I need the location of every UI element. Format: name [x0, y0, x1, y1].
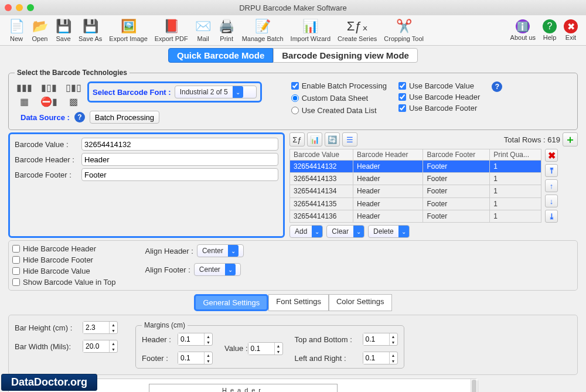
table-row[interactable]: 32654414136HeaderFooter1 [290, 210, 541, 222]
batch-table[interactable]: Barcode ValueBarcode HeaderBarcode Foote… [289, 149, 541, 223]
barcode-values-box: Barcode Value : Barcode Header : Barcode… [8, 132, 285, 238]
enable-batch-checkbox[interactable] [291, 82, 299, 90]
manage-batch-icon: 📝 [254, 18, 271, 35]
margin-header-input[interactable]: ▲▼ [178, 333, 213, 346]
barcode-tech-group: Select the Barcode Technologies ▮▮▮▮▯▮▯▮… [8, 69, 578, 130]
main-toolbar: 📄New📂Open💾Save💾Save As🖼️Export Image📕Exp… [0, 15, 586, 46]
move-down-button[interactable]: ↓ [545, 195, 558, 207]
value-label: Barcode Value : [15, 140, 79, 149]
barcode-header-input[interactable] [81, 153, 278, 166]
tab-font-settings[interactable]: Font Settings [268, 294, 329, 311]
hide-header-checkbox[interactable] [12, 245, 20, 253]
datasource-button[interactable]: Batch Processing [90, 111, 159, 124]
clear-button[interactable]: Clear⌄ [326, 225, 364, 238]
show-value-top-checkbox[interactable] [12, 278, 20, 286]
hide-footer-checkbox[interactable] [12, 256, 20, 264]
move-top-button[interactable]: ⤒ [545, 164, 558, 177]
tab-general-settings[interactable]: General Settings [194, 294, 268, 311]
toolbar-export-image[interactable]: 🖼️Export Image [105, 16, 151, 44]
use-header-checkbox[interactable] [398, 93, 406, 101]
cropping-tool-icon: ✂️ [396, 18, 412, 35]
add-row-button[interactable]: ＋ [563, 132, 578, 146]
use-footer-checkbox[interactable] [398, 104, 406, 112]
export-pdf-icon: 📕 [163, 18, 179, 35]
move-up-button[interactable]: ↑ [545, 179, 558, 192]
watermark: DataDoctor.org [1, 374, 97, 391]
save-as-icon: 💾 [82, 18, 98, 35]
barcode-value-input[interactable] [81, 138, 278, 151]
toolbar-cropping-tool[interactable]: ✂️Cropping Tool [380, 16, 427, 44]
save-icon: 💾 [55, 18, 71, 35]
toolbar-exit[interactable]: ✖Exit [560, 16, 581, 44]
margin-lr-input[interactable]: ▲▼ [363, 352, 398, 364]
add-button[interactable]: Add⌄ [289, 225, 323, 238]
toolbar-new[interactable]: 📄New [5, 16, 28, 44]
delete-button[interactable]: Delete⌄ [368, 225, 410, 238]
toolbar-mail[interactable]: ✉️Mail [192, 16, 215, 44]
barcode-footer-input[interactable] [81, 168, 278, 181]
tab-quick-mode[interactable]: Quick Barcode Mode [168, 48, 273, 63]
use-value-checkbox[interactable] [398, 82, 406, 90]
table-row[interactable]: 32654414132HeaderFooter1 [290, 161, 541, 173]
print-icon: 🖨️ [219, 18, 235, 35]
font-label: Select Barcode Font : [93, 88, 171, 97]
toolbar-export-pdf[interactable]: 📕Export PDF [151, 16, 192, 44]
move-bottom-button[interactable]: ⤓ [545, 210, 558, 223]
align-footer-select[interactable]: Center⌄ [194, 263, 241, 276]
general-settings-panel: Bar Height (cm) :▲▼ Bar Width (Mils):▲▼ … [8, 315, 578, 375]
refresh-icon[interactable]: 🔄 [325, 132, 340, 146]
about us-icon: ℹ️ [516, 19, 530, 33]
export-image-icon: 🖼️ [120, 18, 137, 35]
toolbar-help[interactable]: ?Help [539, 16, 560, 44]
window-title: DRPU Barcode Maker Software [0, 4, 586, 12]
create-series-icon: Σƒₓ [349, 18, 366, 35]
tab-color-settings[interactable]: Color Settings [329, 294, 392, 311]
help-icon[interactable]: ? [492, 81, 502, 92]
scrollbar[interactable] [471, 379, 478, 392]
excel-icon[interactable]: 📊 [307, 132, 322, 146]
custom-sheet-radio[interactable] [291, 94, 299, 102]
toolbar-manage-batch[interactable]: 📝Manage Batch [239, 16, 287, 44]
font-select-highlight: Select Barcode Font : Industrial 2 of 5⌄ [87, 81, 262, 103]
column-header[interactable]: Barcode Value [290, 149, 353, 161]
tech-legend: Select the Barcode Technologies [15, 69, 130, 77]
margin-value-input[interactable]: ▲▼ [248, 342, 283, 355]
align-header-select[interactable]: Center⌄ [197, 244, 244, 257]
column-header[interactable]: Print Qua... [490, 149, 541, 161]
column-header[interactable]: Barcode Header [353, 149, 423, 161]
open-icon: 📂 [32, 18, 48, 35]
import-wizard-icon: 📊 [302, 18, 319, 35]
bar-width-input[interactable]: ▲▼ [83, 340, 118, 353]
toolbar-print[interactable]: 🖨️Print [215, 16, 239, 44]
column-header[interactable]: Barcode Footer [423, 149, 490, 161]
exit-icon: ✖ [564, 19, 578, 33]
margin-tb-input[interactable]: ▲▼ [363, 333, 398, 346]
toolbar-open[interactable]: 📂Open [28, 16, 52, 44]
help-icon: ? [543, 19, 557, 33]
table-row[interactable]: 32654414134HeaderFooter1 [290, 185, 541, 197]
margin-footer-input[interactable]: ▲▼ [178, 352, 213, 364]
list-icon[interactable]: ☰ [342, 132, 357, 146]
header-label: Barcode Header : [15, 155, 79, 164]
toolbar-create-series[interactable]: ΣƒₓCreate Series [334, 16, 380, 44]
hide-value-checkbox[interactable] [12, 267, 20, 275]
new-icon: 📄 [8, 18, 25, 35]
toolbar-save-as[interactable]: 💾Save As [75, 16, 105, 44]
help-icon[interactable]: ? [74, 112, 85, 122]
toolbar-save[interactable]: 💾Save [52, 16, 75, 44]
series-icon[interactable]: Σƒ [289, 132, 305, 146]
tab-design-mode[interactable]: Barcode Designing view Mode [273, 48, 418, 63]
created-list-radio[interactable] [291, 107, 299, 114]
datasource-label: Data Source : [21, 113, 70, 122]
table-row[interactable]: 32654414135HeaderFooter1 [290, 197, 541, 210]
bar-height-input[interactable]: ▲▼ [83, 321, 118, 334]
barcode-type-icons[interactable]: ▮▮▮▮▯▮▯▮▯ ▦⛔▮▩ [15, 81, 83, 107]
table-row[interactable]: 32654414133HeaderFooter1 [290, 173, 541, 185]
toolbar-about-us[interactable]: ℹ️About us [507, 16, 539, 44]
footer-label: Barcode Footer : [15, 171, 79, 179]
titlebar: DRPU Barcode Maker Software [0, 0, 586, 15]
delete-row-button[interactable]: ✖ [545, 149, 558, 162]
toolbar-import-wizard[interactable]: 📊Import Wizard [287, 16, 334, 44]
mail-icon: ✉️ [195, 18, 212, 35]
barcode-font-select[interactable]: Industrial 2 of 5⌄ [175, 86, 257, 98]
